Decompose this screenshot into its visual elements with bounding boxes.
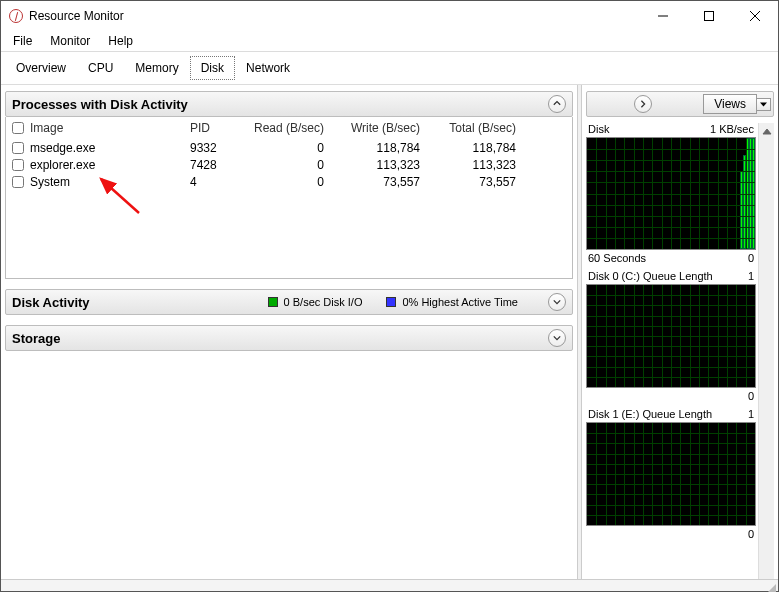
menu-help[interactable]: Help	[100, 32, 141, 50]
cell-write: 73,557	[332, 175, 428, 189]
select-all-checkbox[interactable]	[12, 122, 24, 134]
chart-xaxis-right: 0	[748, 252, 754, 264]
chart-title: Disk	[588, 123, 609, 135]
process-table-header: Image PID Read (B/sec) Write (B/sec) Tot…	[6, 117, 572, 139]
tab-memory[interactable]: Memory	[124, 56, 189, 80]
cell-image: msedge.exe	[30, 141, 190, 155]
chart-scale: 1 KB/sec	[710, 123, 754, 135]
col-write[interactable]: Write (B/sec)	[332, 121, 428, 135]
chart-scale: 1	[748, 270, 754, 282]
col-read[interactable]: Read (B/sec)	[236, 121, 332, 135]
close-button[interactable]	[732, 1, 778, 31]
table-row[interactable]: System 4 0 73,557 73,557	[6, 173, 572, 190]
views-button-group: Views	[703, 94, 771, 114]
views-dropdown-button[interactable]	[757, 98, 771, 111]
statusbar	[1, 579, 778, 591]
resource-monitor-window: Resource Monitor File Monitor Help Overv…	[0, 0, 779, 592]
legend-swatch-green	[268, 297, 278, 307]
cell-pid: 9332	[190, 141, 236, 155]
table-row[interactable]: msedge.exe 9332 0 118,784 118,784	[6, 139, 572, 156]
section-header-processes[interactable]: Processes with Disk Activity	[5, 91, 573, 117]
cell-pid: 4	[190, 175, 236, 189]
right-scrollbar[interactable]	[758, 123, 774, 579]
chart-disk0-queue: Disk 0 (C:) Queue Length 1 0	[586, 270, 756, 402]
legend-active-text: 0% Highest Active Time	[402, 296, 518, 308]
svg-rect-0	[705, 12, 714, 21]
cell-image: explorer.exe	[30, 158, 190, 172]
expand-storage-button[interactable]	[548, 329, 566, 347]
row-checkbox[interactable]	[12, 159, 24, 171]
process-table: Image PID Read (B/sec) Write (B/sec) Tot…	[5, 117, 573, 279]
chart-disk1-queue: Disk 1 (E:) Queue Length 1 0	[586, 408, 756, 540]
chart-scale: 1	[748, 408, 754, 420]
chart-xaxis-left: 60 Seconds	[588, 252, 646, 264]
cell-pid: 7428	[190, 158, 236, 172]
tab-cpu[interactable]: CPU	[77, 56, 124, 80]
views-button[interactable]: Views	[703, 94, 757, 114]
cell-read: 0	[236, 158, 332, 172]
menubar: File Monitor Help	[1, 31, 778, 51]
resize-grip[interactable]	[764, 580, 778, 592]
legend-swatch-blue	[386, 297, 396, 307]
cell-write: 118,784	[332, 141, 428, 155]
chart-canvas	[586, 422, 756, 526]
maximize-button[interactable]	[686, 1, 732, 31]
chart-canvas	[586, 137, 756, 250]
disk-activity-legend: 0 B/sec Disk I/O 0% Highest Active Time	[268, 293, 566, 311]
tab-overview[interactable]: Overview	[5, 56, 77, 80]
legend-io-text: 0 B/sec Disk I/O	[284, 296, 363, 308]
section-title-storage: Storage	[12, 331, 60, 346]
menu-file[interactable]: File	[5, 32, 40, 50]
collapse-right-pane-button[interactable]	[634, 95, 652, 113]
collapse-processes-button[interactable]	[548, 95, 566, 113]
chart-canvas	[586, 284, 756, 388]
right-pane: Views Disk 1 KB/sec	[582, 85, 778, 579]
col-total[interactable]: Total (B/sec)	[428, 121, 524, 135]
window-title: Resource Monitor	[29, 9, 124, 23]
section-header-disk-activity[interactable]: Disk Activity 0 B/sec Disk I/O 0% Highes…	[5, 289, 573, 315]
main-body: Processes with Disk Activity Image PID R…	[1, 85, 778, 579]
chart-title: Disk 1 (E:) Queue Length	[588, 408, 712, 420]
cell-image: System	[30, 175, 190, 189]
chart-title: Disk 0 (C:) Queue Length	[588, 270, 713, 282]
right-pane-header: Views	[586, 91, 774, 117]
cell-write: 113,323	[332, 158, 428, 172]
minimize-button[interactable]	[640, 1, 686, 31]
chart-xaxis-right: 0	[748, 390, 754, 402]
table-row[interactable]: explorer.exe 7428 0 113,323 113,323	[6, 156, 572, 173]
expand-disk-activity-button[interactable]	[548, 293, 566, 311]
left-pane: Processes with Disk Activity Image PID R…	[1, 85, 577, 579]
charts-column: Disk 1 KB/sec 60 Seconds 0	[586, 123, 758, 579]
section-title-processes: Processes with Disk Activity	[12, 97, 188, 112]
row-checkbox[interactable]	[12, 142, 24, 154]
menu-monitor[interactable]: Monitor	[42, 32, 98, 50]
cell-total: 113,323	[428, 158, 524, 172]
cell-total: 118,784	[428, 141, 524, 155]
cell-read: 0	[236, 141, 332, 155]
cell-total: 73,557	[428, 175, 524, 189]
chart-xaxis-right: 0	[748, 528, 754, 540]
tabstrip: Overview CPU Memory Disk Network	[1, 51, 778, 85]
tab-network[interactable]: Network	[235, 56, 301, 80]
section-title-disk-activity: Disk Activity	[12, 295, 90, 310]
app-icon	[9, 9, 23, 23]
tab-disk[interactable]: Disk	[190, 56, 235, 80]
row-checkbox[interactable]	[12, 176, 24, 188]
section-header-storage[interactable]: Storage	[5, 325, 573, 351]
col-image[interactable]: Image	[30, 121, 190, 135]
cell-read: 0	[236, 175, 332, 189]
window-controls	[640, 1, 778, 31]
chart-disk: Disk 1 KB/sec 60 Seconds 0	[586, 123, 756, 264]
titlebar: Resource Monitor	[1, 1, 778, 31]
col-pid[interactable]: PID	[190, 121, 236, 135]
